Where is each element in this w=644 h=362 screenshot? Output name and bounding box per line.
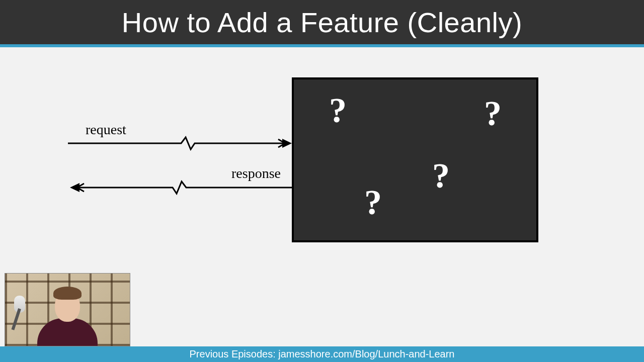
qmark-icon: ? [329, 90, 347, 131]
request-arrow [68, 136, 294, 151]
footer-text: Previous Episodes: jamesshore.com/Blog/L… [190, 348, 455, 360]
qmark-icon: ? [432, 156, 450, 196]
presenter-avatar [32, 281, 103, 346]
qmark-icon: ? [364, 183, 382, 223]
footer-bar: Previous Episodes: jamesshore.com/Blog/L… [0, 346, 644, 362]
presenter-webcam [5, 273, 130, 346]
page-title: How to Add a Feature (Cleanly) [122, 6, 522, 39]
qmark-icon: ? [484, 94, 502, 134]
black-box: ? ? ? ? [292, 77, 538, 242]
microphone-icon [8, 296, 34, 330]
header-bar: How to Add a Feature (Cleanly) [0, 0, 644, 44]
response-label: response [231, 165, 281, 182]
response-arrow [68, 180, 294, 195]
